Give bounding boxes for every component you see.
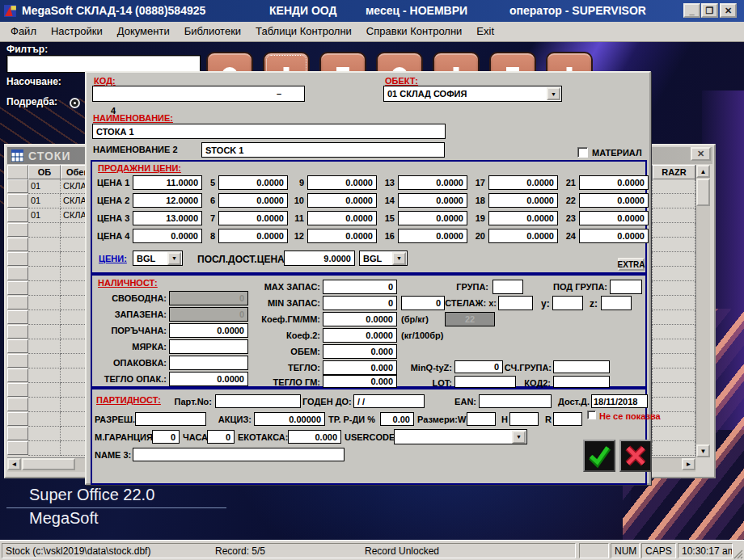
price-field-16[interactable]: 0.0000 xyxy=(398,229,467,243)
cell-razr[interactable] xyxy=(653,252,695,267)
cell-ob[interactable]: 01 xyxy=(28,194,61,208)
razmeri-h-field[interactable] xyxy=(509,412,539,426)
horizontal-scroll-thumb[interactable] xyxy=(22,458,75,470)
column-header-razr[interactable]: RAZR xyxy=(653,165,695,179)
cell-razr[interactable] xyxy=(653,441,695,456)
min-zapas-field[interactable]: 0 xyxy=(323,296,397,310)
menu-item-3[interactable]: Документи xyxy=(110,22,177,41)
cell-razr[interactable] xyxy=(653,208,695,223)
row-selector[interactable] xyxy=(7,208,28,222)
ekotaksa-field[interactable]: 0.000 xyxy=(288,430,341,444)
cell-ob[interactable] xyxy=(28,267,61,281)
cell-razr[interactable] xyxy=(653,383,695,398)
cell-razr[interactable] xyxy=(653,310,695,325)
name3-field[interactable] xyxy=(133,448,345,461)
cell-razr[interactable] xyxy=(653,296,695,310)
maximize-button[interactable]: ❐ xyxy=(701,3,718,18)
price-field-13[interactable]: 0.0000 xyxy=(398,175,467,190)
cell-ob[interactable] xyxy=(28,354,61,368)
stelaj-x-field[interactable] xyxy=(498,296,533,310)
scroll-right-icon[interactable]: ► xyxy=(682,458,695,470)
price-field-цена-1[interactable]: 11.0000 xyxy=(133,175,202,190)
price-field-7[interactable]: 0.0000 xyxy=(218,211,288,225)
row-selector[interactable] xyxy=(7,281,28,295)
cell-ob[interactable] xyxy=(28,339,61,354)
cell-razr[interactable] xyxy=(653,238,695,252)
close-button[interactable]: ✕ xyxy=(720,3,737,18)
cell-razr[interactable] xyxy=(653,325,695,339)
goden-do-field[interactable]: / / xyxy=(353,394,425,408)
row-selector[interactable] xyxy=(7,398,28,411)
teglo-gm-field[interactable]: 0.000 xyxy=(323,375,397,388)
price-field-цена-3[interactable]: 13.0000 xyxy=(133,211,202,225)
row-selector[interactable] xyxy=(7,427,28,440)
razmeri-r-field[interactable] xyxy=(553,412,582,426)
price-field-10[interactable]: 0.0000 xyxy=(307,193,377,208)
opakovka-field[interactable] xyxy=(169,356,248,370)
row-selector[interactable] xyxy=(7,325,28,339)
cell-ob[interactable] xyxy=(28,281,61,296)
price-field-22[interactable]: 0.0000 xyxy=(579,193,649,208)
price-field-цена-2[interactable]: 12.0000 xyxy=(133,193,202,208)
menu-item-1[interactable]: Файл xyxy=(3,22,44,41)
row-selector[interactable] xyxy=(7,252,28,266)
cell-ob[interactable] xyxy=(28,296,61,310)
chevron-down-icon[interactable]: ▼ xyxy=(167,252,181,265)
teglo-field[interactable]: 0.000 xyxy=(323,360,397,375)
price-field-9[interactable]: 0.0000 xyxy=(307,175,377,190)
row-selector[interactable] xyxy=(7,412,28,426)
akciz-field[interactable]: 0.00000 xyxy=(254,412,325,426)
scroll-up-icon[interactable]: ▲ xyxy=(696,165,710,178)
cell-ob[interactable] xyxy=(28,325,61,339)
row-selector[interactable] xyxy=(7,339,28,353)
cell-ob[interactable] xyxy=(28,252,61,267)
cancel-button[interactable] xyxy=(619,440,652,472)
ok-button[interactable] xyxy=(583,440,615,472)
row-selector[interactable] xyxy=(7,238,28,251)
price-field-8[interactable]: 0.0000 xyxy=(218,229,288,243)
column-header-ob[interactable]: ОБ xyxy=(28,165,61,179)
stocks-close-button[interactable]: ✕ xyxy=(691,147,711,161)
lot-field[interactable] xyxy=(454,376,516,388)
column-header-selector[interactable] xyxy=(7,165,28,179)
row-selector[interactable] xyxy=(7,179,28,193)
price-field-15[interactable]: 0.0000 xyxy=(398,211,467,225)
myarka-field[interactable] xyxy=(169,339,248,354)
price-field-цена-4[interactable]: 0.0000 xyxy=(133,229,202,243)
menu-item-7[interactable]: Exit xyxy=(469,22,501,41)
max-zapas-field[interactable]: 0 xyxy=(323,280,397,294)
menu-item-2[interactable]: Настройки xyxy=(44,22,110,41)
name2-input[interactable]: STOCK 1 xyxy=(201,142,445,158)
chasa-field[interactable]: 0 xyxy=(207,430,235,444)
cell-ob[interactable] xyxy=(28,383,61,398)
row-selector[interactable] xyxy=(7,267,28,280)
cell-razr[interactable] xyxy=(653,354,695,368)
cell-razr[interactable] xyxy=(653,368,695,383)
menu-item-5[interactable]: Таблици Контролни xyxy=(248,22,359,41)
cell-ob[interactable] xyxy=(28,238,61,252)
dost-d-field[interactable]: 18/11/2018 xyxy=(591,394,648,408)
price-field-14[interactable]: 0.0000 xyxy=(398,193,467,208)
obem-field[interactable]: 0.000 xyxy=(323,344,397,359)
cell-ob[interactable] xyxy=(28,310,61,325)
minimize-button[interactable]: _ xyxy=(683,3,700,18)
row-selector[interactable] xyxy=(7,194,28,208)
price-field-11[interactable]: 0.0000 xyxy=(307,211,377,225)
cell-razr[interactable] xyxy=(653,223,695,238)
part-no-field[interactable] xyxy=(215,394,301,408)
last-cost-currency-combobox[interactable]: BGL ▼ xyxy=(359,251,408,266)
cell-razr[interactable] xyxy=(653,398,695,412)
koef2-field[interactable]: 0.0000 xyxy=(323,328,397,343)
pod-grupa-field[interactable] xyxy=(610,280,642,294)
razmeri-w-field[interactable] xyxy=(467,412,496,426)
cell-razr[interactable] xyxy=(653,427,695,441)
vertical-scrollbar[interactable]: ▲ ▼ xyxy=(695,165,710,457)
price-field-17[interactable]: 0.0000 xyxy=(488,175,558,190)
price-field-20[interactable]: 0.0000 xyxy=(488,229,558,243)
kod2-field[interactable] xyxy=(553,376,610,388)
menu-item-6[interactable]: Справки Контролни xyxy=(359,22,470,41)
garancia-field[interactable]: 0 xyxy=(152,430,180,444)
price-field-23[interactable]: 0.0000 xyxy=(579,211,649,225)
vertical-scroll-thumb[interactable] xyxy=(696,179,710,206)
poruchana-field[interactable]: 0.0000 xyxy=(169,323,248,338)
